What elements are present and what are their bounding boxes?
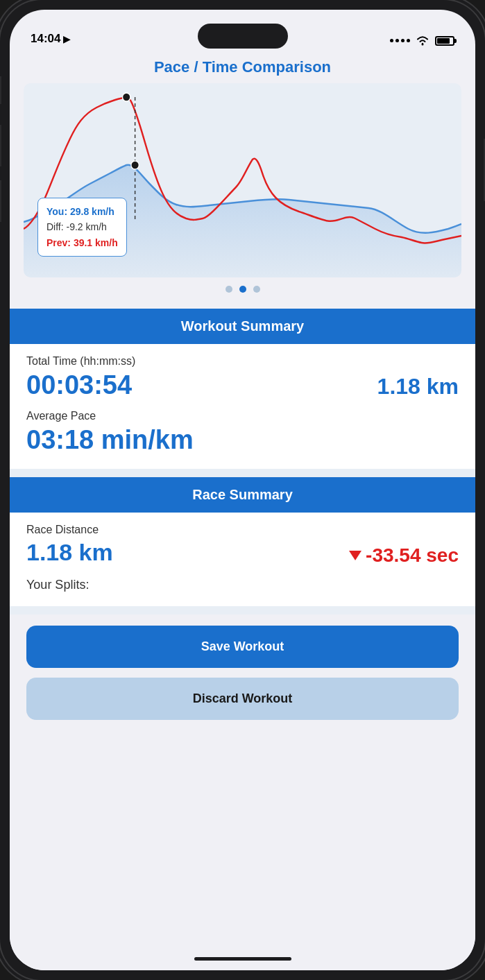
location-icon: ▶: [63, 34, 70, 44]
tooltip-prev: Prev: 39.1 km/h: [46, 235, 118, 250]
svg-point-0: [422, 44, 424, 46]
race-summary-header: Race Summary: [10, 477, 475, 513]
page-dot-1[interactable]: [226, 286, 232, 293]
total-time-row: 00:03:54 1.18 km: [26, 370, 459, 400]
signal-dots-icon: [390, 39, 410, 42]
time-display: 14:04: [31, 32, 60, 46]
chart-dot-red: [122, 93, 130, 101]
volume-down-button: [0, 180, 1, 222]
phone-screen: 14:04 ▶: [10, 10, 475, 970]
wifi-icon: [416, 35, 429, 46]
triangle-down-icon: [349, 551, 361, 560]
tooltip-box: You: 29.8 km/h Diff: -9.2 km/h Prev: 39.…: [37, 198, 127, 257]
dynamic-island: [198, 24, 288, 49]
chart-title: Pace / Time Comparison: [24, 58, 461, 76]
status-icons: [390, 35, 454, 46]
save-workout-button[interactable]: Save Workout: [26, 626, 459, 668]
distance-value: 1.18 km: [377, 374, 459, 399]
race-distance-value: 1.18 km: [26, 539, 113, 566]
home-bar: [194, 957, 291, 961]
race-summary-title: Race Summary: [24, 487, 461, 503]
battery-icon: [435, 36, 454, 46]
splits-label: Your Splits:: [26, 578, 459, 592]
total-time-label: Total Time (hh:mm:ss): [26, 355, 459, 368]
workout-summary-title: Workout Summary: [24, 318, 461, 334]
home-indicator: [10, 947, 475, 970]
tooltip-you: You: 29.8 km/h: [46, 204, 118, 219]
time-diff-value: -33.54 sec: [349, 544, 459, 567]
content-area[interactable]: Pace / Time Comparison: [10, 51, 475, 947]
race-distance-label: Race Distance: [26, 524, 459, 536]
avg-pace-label: Average Pace: [26, 410, 459, 422]
avg-pace-value: 03:18 min/km: [26, 425, 459, 455]
section-divider-1: [10, 469, 475, 477]
page-dot-2[interactable]: [239, 286, 246, 293]
tooltip-diff: Diff: -9.2 km/h: [46, 219, 118, 234]
workout-summary-header: Workout Summary: [10, 309, 475, 344]
status-time: 14:04 ▶: [31, 32, 70, 46]
chart-dot-blue: [131, 161, 139, 169]
volume-up-button: [0, 125, 1, 166]
chart-section: Pace / Time Comparison: [10, 51, 475, 309]
silent-switch: [0, 76, 1, 104]
phone-frame: 14:04 ▶: [0, 0, 485, 980]
page-dot-3[interactable]: [253, 286, 260, 293]
total-time-value: 00:03:54: [26, 370, 132, 400]
workout-stats-section: Total Time (hh:mm:ss) 00:03:54 1.18 km A…: [10, 344, 475, 469]
buttons-section: Save Workout Discard Workout: [10, 614, 475, 734]
pagination-dots: [24, 286, 461, 293]
race-stats-section: Race Distance 1.18 km -33.54 sec Your Sp…: [10, 513, 475, 606]
discard-workout-button[interactable]: Discard Workout: [26, 678, 459, 720]
race-stat-row: 1.18 km -33.54 sec: [26, 539, 459, 567]
time-diff-text: -33.54 sec: [366, 544, 459, 567]
section-divider-2: [10, 606, 475, 614]
chart-container: You: 29.8 km/h Diff: -9.2 km/h Prev: 39.…: [24, 83, 461, 277]
